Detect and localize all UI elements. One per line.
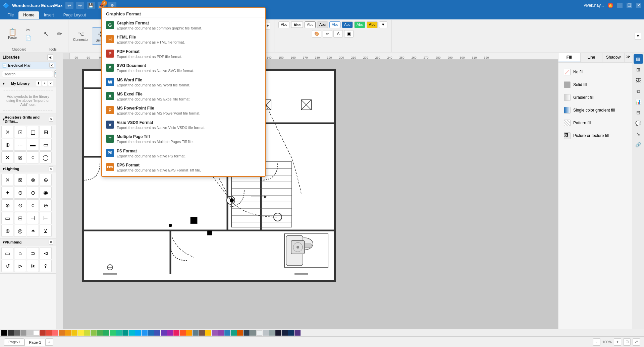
color-swatch[interactable] [218,330,224,336]
color-swatch[interactable] [148,330,154,336]
export-item-html[interactable]: H HTML File Export the document as HTML … [102,33,265,47]
symbol-item[interactable]: ○ [27,199,39,211]
fill-option-gradient[interactable]: Gradient fill [560,91,631,103]
style-abc-more[interactable]: ▼ [379,21,387,28]
symbol-item[interactable]: ▬ [27,139,39,151]
color-swatch[interactable] [294,330,301,336]
add-lib-btn[interactable]: + [42,81,47,86]
color-swatch[interactable] [180,330,186,336]
right-panel-expand-btn[interactable]: ≫ [625,53,632,60]
symbol-item[interactable]: ⊃ [27,247,39,259]
color-swatch[interactable] [40,330,46,336]
color-swatch[interactable] [8,330,14,336]
symbol-item[interactable]: ▭ [40,139,52,151]
color-swatch[interactable] [129,330,135,336]
color-swatch[interactable] [27,330,33,336]
style-abc-5[interactable]: Abc [329,21,340,28]
rp-icon-table[interactable]: ⊟ [634,108,643,117]
export-item-pdf[interactable]: P PDF Format Export the document as PDF … [102,47,265,61]
my-library-header[interactable]: ▾ My Library ⬆ + ✕ [0,79,56,87]
symbol-item[interactable]: ⋯ [14,139,26,151]
symbol-item[interactable]: ⊝ [14,187,26,199]
color-swatch[interactable] [167,330,173,336]
symbol-item[interactable]: ✦ [1,187,13,199]
tab-line[interactable]: Line [581,53,603,62]
color-swatch[interactable] [205,330,211,336]
export-item-word[interactable]: W MS Word File Export the document as MS… [102,76,265,90]
export-item-excel[interactable]: X MS Excel File Export the document as M… [102,90,265,104]
save-btn[interactable]: 💾 [87,2,95,9]
export-item-tiff[interactable]: T Multiple Page Tiff Export the document… [102,132,265,146]
tab-fill[interactable]: Fill [558,53,581,62]
export-item-eps[interactable]: EPS EPS Format Export the document as Na… [102,161,265,175]
lighting-header[interactable]: ▾ Lighting ✕ [0,165,56,172]
color-swatch[interactable] [161,330,167,336]
export-item-ps[interactable]: PS PS Format Export the document as Nati… [102,147,265,161]
import-lib-btn[interactable]: ⬆ [36,81,41,86]
tab-file[interactable]: File [3,11,18,19]
symbol-item[interactable]: ⊠ [14,151,26,163]
color-swatch[interactable] [282,330,288,336]
color-swatch[interactable] [97,330,103,336]
cut-btn[interactable]: ✂ [22,26,34,33]
fill-option-single-gradient[interactable]: Single color gradient fill [560,104,631,116]
font-color-btn[interactable]: A [333,30,343,38]
close-lighting-btn[interactable]: ✕ [49,166,53,171]
color-swatch[interactable] [212,330,218,336]
color-swatch[interactable] [52,330,58,336]
rp-icon-image[interactable]: 🖼 [634,76,643,85]
connector-btn[interactable]: ⌥ Connector [71,29,91,44]
color-swatch[interactable] [193,330,199,336]
symbol-item[interactable]: ✕ [1,126,13,138]
export-item-powerpoint[interactable]: P MS PowerPoint File Export the document… [102,104,265,118]
symbol-item[interactable]: ⊕ [40,174,52,186]
fill-option-solid[interactable]: Solid fill [560,79,631,91]
color-swatch[interactable] [173,330,179,336]
color-swatch[interactable] [59,330,65,336]
rp-icon-chart[interactable]: 📊 [634,97,643,107]
color-swatch[interactable] [110,330,116,336]
line-color-btn[interactable]: ✏ [323,30,332,38]
color-swatch[interactable] [244,330,250,336]
color-swatch[interactable] [224,330,230,336]
page-tab-1[interactable]: Page-1 [4,338,24,346]
symbol-item[interactable]: ⊠ [14,174,26,186]
maximize-btn[interactable]: ❐ [627,3,632,8]
symbol-item[interactable]: ⊕ [1,139,13,151]
color-swatch[interactable] [116,330,122,336]
color-swatch[interactable] [33,330,39,336]
zoom-in-btn[interactable]: + [614,338,621,346]
symbol-item[interactable]: ⧬ [40,260,52,272]
color-swatch[interactable] [65,330,71,336]
fill-option-pattern[interactable]: Pattern fill [560,117,631,129]
style-abc-1[interactable]: Abc [278,21,289,28]
tab-page-layout[interactable]: Page Layout [59,11,91,19]
color-swatch[interactable] [275,330,281,336]
notification-badge[interactable]: 🔔 [608,3,613,8]
color-swatch[interactable] [142,330,148,336]
symbol-item[interactable]: ⊢ [40,212,52,224]
symbol-item[interactable]: ⊙ [27,187,39,199]
fill-option-picture[interactable]: 🖼 Picture or texture fill [560,130,631,142]
symbol-item[interactable]: ✕ [1,151,13,163]
color-swatch[interactable] [1,330,7,336]
rp-icon-grid[interactable]: ⊞ [634,65,643,74]
color-swatch[interactable] [91,330,97,336]
add-page-btn[interactable]: + [46,338,53,346]
close-btn[interactable]: ✕ [636,3,641,8]
symbol-item[interactable]: ⊟ [14,212,26,224]
rp-icon-resize[interactable]: ⤡ [634,129,643,139]
rp-icon-fill[interactable]: ▨ [634,54,643,64]
color-swatch[interactable] [256,330,262,336]
copy-btn[interactable]: 📄 [22,34,34,42]
symbol-item[interactable]: ⊵ [27,260,39,272]
redo-btn[interactable]: ↪ [76,2,84,9]
symbol-item[interactable]: ◉ [40,187,52,199]
search-input[interactable] [2,71,53,77]
symbol-item[interactable]: ↺ [1,260,13,272]
export-item-svg[interactable]: S SVG Document Export the document as Na… [102,61,265,75]
symbol-item[interactable]: ⊳ [14,260,26,272]
style-abc-2[interactable]: Abc [291,21,303,28]
symbol-item[interactable]: ⊣ [27,212,39,224]
symbol-item[interactable]: ⊛ [1,199,13,211]
